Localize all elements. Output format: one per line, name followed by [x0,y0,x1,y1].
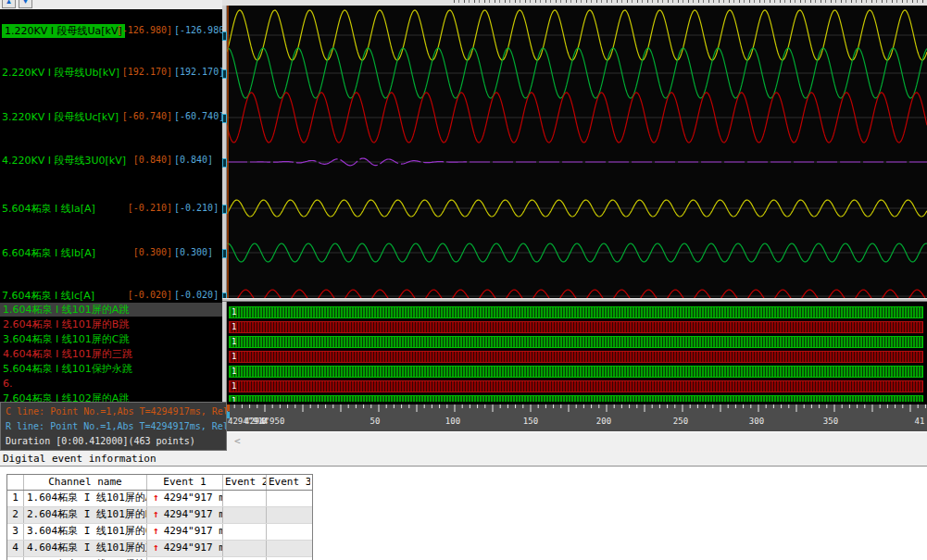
ruler-tick-label: 350 [823,417,838,426]
digital-channel-row[interactable]: 5.604柘泉 I 线101保护永跳 [0,362,222,376]
analog-channel-row[interactable]: 7.604柘泉 I 线Ic[A][-0.020][-0.020] [0,289,222,301]
event-3-cell [267,541,310,556]
rising-edge-icon: ↑ [153,492,159,504]
ruler-tick-label: 50 [370,417,381,426]
ruler-tick-label: 150 [523,417,538,426]
digital-state-value: 1 [232,337,236,347]
analog-channel-row[interactable]: 6.604柘泉 I 线Ib[A][0.300][0.300] [0,246,222,260]
digital-channel-row[interactable]: 7.604柘泉 I 线102屏的A跳 [0,392,222,402]
r-cursor-value: [-60.740] [174,111,222,121]
clipped-text-fragments [454,0,927,3]
event-table-row[interactable]: 22.604柘泉 I 线101屏的B跳↑4294"917 ms [7,507,312,524]
digital-channel-row[interactable]: 2.604柘泉 I 线101屏的B跳 [0,317,222,331]
digital-bars-display: 1111111 [227,302,927,402]
r-line-status: R line: Point No.=1,Abs T=4294917ms, Rel… [6,421,227,431]
ruler-tick-label: 250 [673,417,688,426]
event-time: 4294"917 ms [164,541,223,554]
digital-channel-label: 3.604柘泉 I 线101屏的C跳 [0,333,129,345]
digital-state-bar: 1 [229,321,923,333]
toolbar-prev-channel-button[interactable]: ▲ [2,0,16,8]
ruler-tick-label: 100 [445,417,460,426]
toolbar-next-channel-button[interactable]: ▼ [19,0,32,8]
c-cursor-value: [0.300] [133,247,172,257]
waveform-display[interactable] [227,6,927,298]
event-1-cell: ↑4294"917 ms [147,541,223,556]
event-table-row[interactable]: 11.604柘泉 I 线101屏的A跳↑4294"917 ms [7,491,312,507]
digital-channel-row[interactable]: 3.604柘泉 I 线101屏的C跳 [0,332,222,346]
event-section-title: Digital event information [3,453,157,465]
c-cursor-value: [0.840] [133,155,172,165]
scroll-left-arrow[interactable]: < [234,435,241,447]
analog-channel-label: 5.604柘泉 I 线Ia[A] [2,202,95,216]
event-table-row[interactable]: 33.604柘泉 I 线101屏的C跳↑4294"917 ms [7,524,312,541]
event-2-cell [223,507,267,523]
analog-channel-row[interactable]: 4.220KV I 段母线3U0[kV][0.840][0.840] [0,154,222,168]
analog-channel-label: 4.220KV I 段母线3U0[kV] [2,154,126,168]
cursor-status-panel: C line: Point No.=1,Abs T=4294917ms, Rel… [0,402,227,451]
r-cursor-value: [-0.210] [174,203,219,213]
event-table-header-cell [7,475,24,490]
digital-channel-row[interactable]: 4.604柘泉 I 线101屏的三跳 [0,347,222,361]
event-table-header-cell: Channel name [24,475,147,490]
mini-toolbar: ▲ ▼ [0,0,222,9]
rising-edge-icon: ↑ [153,541,159,554]
event-row-number: 1 [7,491,24,506]
digital-channel-panel: 1.604柘泉 I 线101屏的A跳2.604柘泉 I 线101屏的B跳3.60… [0,301,222,402]
waveform-trace-Ic [227,290,927,298]
r-cursor-value: [-0.020] [174,290,219,300]
analog-channel-row[interactable]: 2.220KV I 段母线Ub[kV][192.170][192.170] [0,66,222,80]
duration-status: Duration [0:00.412000](463 points) [6,436,195,446]
digital-state-value: 1 [232,381,236,392]
analog-channel-label: 7.604柘泉 I 线Ic[A] [2,289,94,301]
digital-state-value: 1 [232,322,236,332]
event-2-cell [223,524,267,540]
c-cursor-value: [-0.020] [128,290,172,300]
c-cursor-value: [-0.210] [128,203,172,213]
event-row-number: 4 [7,541,24,556]
rising-edge-icon: ↑ [153,508,159,520]
event-3-cell [267,491,310,506]
event-row-number: 2 [7,507,24,523]
digital-channel-row[interactable]: 1.604柘泉 I 线101屏的A跳 [0,303,222,317]
event-table-row[interactable]: 44.604柘泉 I 线101屏的三跳↑4294"917 ms [7,541,312,557]
analog-channel-row[interactable]: 3.220KV I 段母线Uc[kV][-60.740][-60.740] [0,110,222,124]
event-3-cell [267,524,310,540]
horizontal-scrollbar[interactable]: < [227,431,927,451]
c-cursor-value: [192.170] [122,67,172,77]
event-1-cell: ↑4294"917 ms [147,524,223,540]
digital-channel-row[interactable]: 6. [0,377,222,391]
event-row-number: 3 [7,524,24,540]
event-channel-name: 1.604柘泉 I 线101屏的A跳 [24,491,147,506]
c-cursor-value: [-60.740] [122,111,172,121]
event-table: Channel nameEvent 1Event 2Event 311.604柘… [6,474,313,560]
digital-state-value: 1 [232,367,236,377]
rising-edge-icon: ↑ [153,525,159,537]
time-ruler[interactable]: 4294"9144294"95005010015020025030035041 [227,404,927,431]
r-cursor-value: [192.170] [174,67,222,77]
oscillograph-app-window: ▲ ▼ 1.220KV I 段母线Ua[kV][-126.980][-126.9… [0,0,927,560]
event-table-header-cell: Event 1 [147,475,223,490]
event-3-cell [267,507,310,523]
digital-state-bar: 1 [229,351,923,363]
waveform-svg [227,6,927,298]
digital-channel-label: 2.604柘泉 I 线101屏的B跳 [0,318,129,330]
analog-channel-label: 6.604柘泉 I 线Ib[A] [2,246,95,260]
event-channel-name: 2.604柘泉 I 线101屏的B跳 [24,507,147,523]
event-table-header-cell: Event 2 [223,475,267,490]
event-1-cell: ↑4294"917 ms [147,507,223,523]
event-table-header-row: Channel nameEvent 1Event 2Event 3 [7,475,312,491]
digital-state-bar: 1 [229,395,923,402]
digital-state-bar: 1 [229,306,923,318]
analog-channel-label: 3.220KV I 段母线Uc[kV] [2,110,119,124]
analog-channel-row[interactable]: 5.604柘泉 I 线Ia[A][-0.210][-0.210] [0,202,222,216]
ruler-ticks [227,404,927,416]
ruler-tick-label: 200 [596,417,611,426]
event-channel-name: 4.604柘泉 I 线101屏的三跳 [24,541,147,556]
event-time: 4294"917 ms [164,508,223,520]
r-cursor-value: [-126.980] [174,25,222,35]
digital-state-value: 1 [232,307,236,317]
c-cursor-flag[interactable] [227,404,230,411]
analog-channel-row[interactable]: 1.220KV I 段母线Ua[kV][-126.980][-126.980] [0,24,222,38]
event-time: 4294"917 ms [164,525,223,537]
event-1-cell: ↑4294"917 ms [147,491,223,506]
